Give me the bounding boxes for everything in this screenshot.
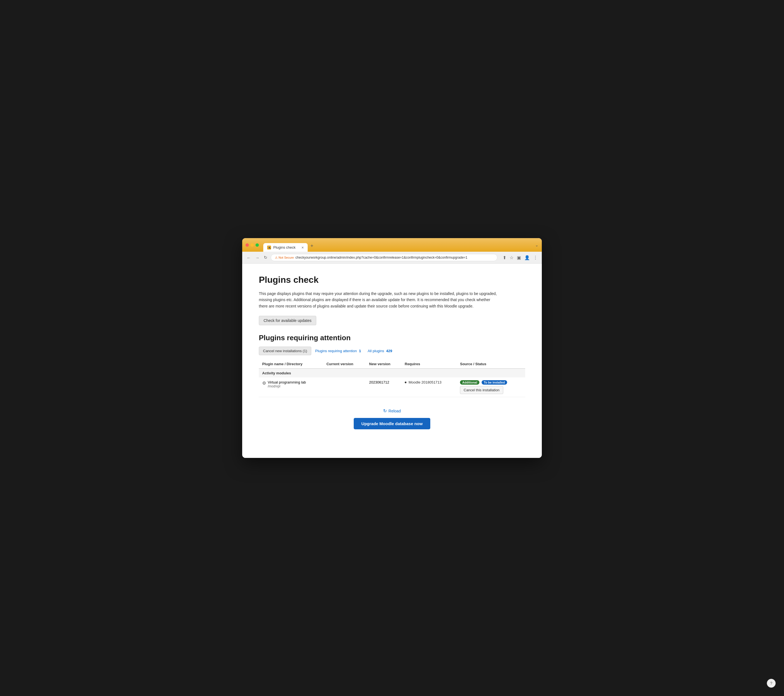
plugin-name-cell: ⚙ Virtual programming lab /mod/vpl	[259, 378, 323, 397]
bookmark-icon[interactable]: ☆	[509, 254, 514, 261]
section-row-activity-modules: Activity modules	[259, 369, 525, 378]
browser-window: 🔌 Plugins check × + ⌄ ← → ↻ ⚠ Not Secure…	[242, 238, 542, 458]
address-actions: ⬆ ☆ ▣ 👤 ⋮	[502, 254, 539, 261]
requires-item: Moodle 2018051713	[405, 380, 454, 384]
plugin-dir: /mod/vpl	[268, 384, 306, 388]
col-requires: Requires	[402, 360, 457, 369]
col-plugin-name: Plugin name / Directory	[259, 360, 323, 369]
minimize-button[interactable]	[250, 243, 254, 247]
share-icon[interactable]: ⬆	[502, 254, 507, 261]
check-updates-button[interactable]: Check for available updates	[259, 316, 316, 325]
section-label: Activity modules	[259, 369, 525, 378]
close-button[interactable]	[245, 243, 249, 247]
badge-to-install: To be installed	[482, 380, 507, 384]
col-source-status: Source / Status	[457, 360, 525, 369]
table-row: ⚙ Virtual programming lab /mod/vpl 20230…	[259, 378, 525, 397]
section-title: Plugins requiring attention	[259, 333, 525, 342]
back-button[interactable]: ←	[245, 255, 252, 261]
col-current-version: Current version	[323, 360, 366, 369]
maximize-button[interactable]	[255, 243, 259, 247]
requires-cell: Moodle 2018051713	[402, 378, 457, 397]
address-bar: ← → ↻ ⚠ Not Secure checkyourworkgroup.on…	[242, 252, 542, 264]
address-input[interactable]: ⚠ Not Secure checkyourworkgroup.online/a…	[271, 254, 497, 261]
title-bar: 🔌 Plugins check × + ⌄	[242, 238, 542, 252]
tab-cancel-new-installations[interactable]: Cancel new installations (1)	[259, 346, 311, 355]
title-bar-chevron[interactable]: ⌄	[535, 243, 539, 250]
plugins-table: Plugin name / Directory Current version …	[259, 360, 525, 397]
plugin-name-wrapper: ⚙ Virtual programming lab /mod/vpl	[262, 380, 320, 388]
traffic-lights	[245, 243, 259, 249]
badge-additional: Additional	[460, 380, 479, 384]
new-version-cell: 2023061712	[366, 378, 402, 397]
tab-label: Plugins check	[273, 245, 295, 249]
tab-area: 🔌 Plugins check × +	[263, 241, 533, 252]
new-tab-button[interactable]: +	[308, 241, 316, 252]
sidebar-icon[interactable]: ▣	[516, 254, 522, 261]
plugin-icon: ⚙	[262, 381, 266, 386]
menu-icon[interactable]: ⋮	[532, 254, 539, 261]
status-cell: Additional To be installed Cancel this i…	[457, 378, 525, 397]
tab-all-plugins[interactable]: All plugins 429	[365, 347, 395, 355]
tab-close-icon[interactable]: ×	[301, 246, 304, 249]
col-new-version: New version	[366, 360, 402, 369]
upgrade-button[interactable]: Upgrade Moodle database now	[354, 418, 431, 429]
active-tab[interactable]: 🔌 Plugins check ×	[263, 243, 308, 252]
badges: Additional To be installed	[460, 380, 522, 384]
tab-bar: Cancel new installations (1) Plugins req…	[259, 346, 525, 355]
current-version-cell	[323, 378, 366, 397]
help-button[interactable]: ?	[767, 679, 776, 688]
profile-icon[interactable]: 👤	[524, 254, 531, 261]
page-content: Plugins check This page displays plugins…	[242, 264, 542, 458]
plugin-name-label: Virtual programming lab	[268, 380, 306, 384]
tab-favicon: 🔌	[267, 246, 271, 249]
reload-icon: ↻	[383, 408, 387, 414]
requires-dot	[405, 382, 407, 383]
not-secure-indicator: ⚠ Not Secure	[275, 256, 294, 259]
cancel-installation-button[interactable]: Cancel this installation	[460, 386, 503, 394]
reload-link[interactable]: ↻ Reload	[383, 408, 400, 414]
intro-text: This page displays plugins that may requ…	[259, 290, 497, 309]
url-text: checkyourworkgroup.online/admin/index.ph…	[295, 256, 468, 259]
page-title: Plugins check	[259, 275, 525, 285]
forward-button[interactable]: →	[254, 255, 260, 261]
tab-plugins-requiring-attention[interactable]: Plugins requiring attention 1	[312, 347, 364, 355]
bottom-actions: ↻ Reload Upgrade Moodle database now	[259, 408, 525, 429]
refresh-button[interactable]: ↻	[263, 254, 268, 261]
